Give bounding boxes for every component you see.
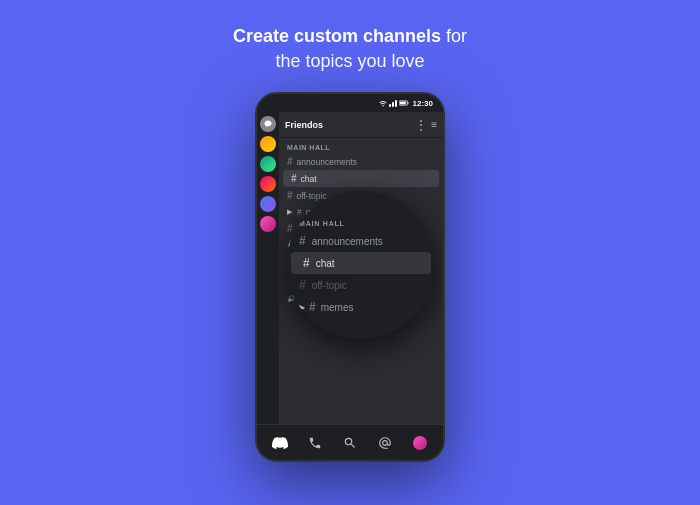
nav-discord[interactable] — [271, 434, 289, 452]
battery-icon — [399, 100, 409, 106]
status-icons — [379, 99, 409, 107]
more-options-icon[interactable]: ⋮ — [415, 118, 427, 132]
server-icon-4[interactable] — [260, 196, 276, 212]
channel-name: announcements — [297, 157, 358, 167]
channel-name: announcements — [312, 236, 383, 247]
server-icon-1[interactable] — [260, 136, 276, 152]
signal-icon — [389, 99, 397, 107]
phone-mockup: 12:30 Friendos ⋮ ≡ MAIN HALL — [255, 92, 445, 462]
hash-icon: # — [299, 278, 306, 292]
hamburger-icon[interactable]: ≡ — [431, 119, 437, 130]
header-line2: the topics you love — [233, 49, 467, 74]
mag-channel-off-topic[interactable]: # off-topic — [287, 274, 435, 296]
server-icon-2[interactable] — [260, 156, 276, 172]
channel-name: off-topic — [312, 280, 347, 291]
hash-icon: # — [299, 234, 306, 248]
svg-rect-1 — [399, 102, 405, 105]
mag-channel-chat[interactable]: # chat — [291, 252, 431, 274]
header-bold: Create custom channels — [233, 26, 441, 46]
channel-chat[interactable]: # chat — [283, 170, 439, 187]
nav-profile[interactable] — [411, 434, 429, 452]
status-bar: 12:30 — [257, 94, 443, 112]
hash-icon: # — [291, 173, 297, 184]
svg-rect-2 — [407, 103, 408, 105]
magnify-inner: MAIN HALL # announcements # chat # off-t… — [287, 191, 435, 339]
server-name: Friendos — [285, 120, 415, 130]
server-icon-messages[interactable] — [260, 116, 276, 132]
header-text: Create custom channels for the topics yo… — [233, 24, 467, 74]
mag-channel-announcements[interactable]: # announcements — [287, 230, 435, 252]
channel-name: memes — [321, 302, 354, 313]
bottom-nav — [257, 424, 443, 460]
nav-mentions[interactable] — [376, 434, 394, 452]
magnify-overlay: MAIN HALL # announcements # chat # off-t… — [287, 191, 435, 339]
hash-icon: # — [297, 207, 302, 217]
channel-name: off-topic — [297, 191, 327, 201]
mag-category: MAIN HALL — [287, 212, 435, 230]
server-strip — [257, 112, 279, 424]
status-time: 12:30 — [413, 99, 433, 108]
nav-search[interactable] — [341, 434, 359, 452]
channel-panel: Friendos ⋮ ≡ MAIN HALL # announcements #… — [279, 112, 443, 424]
channel-name: chat — [316, 258, 335, 269]
channel-announcements[interactable]: # announcements — [279, 153, 443, 170]
mag-channel-memes[interactable]: ▶ # memes — [287, 296, 435, 318]
chevron-right-icon: ▶ — [299, 303, 305, 312]
category-main-hall: MAIN HALL — [279, 138, 443, 153]
hash-icon: # — [287, 156, 293, 167]
hash-icon: # — [287, 190, 293, 201]
hash-icon: # — [287, 223, 293, 234]
phone-body: Friendos ⋮ ≡ MAIN HALL # announcements #… — [257, 112, 443, 424]
server-icon-3[interactable] — [260, 176, 276, 192]
header-rest: for — [441, 26, 467, 46]
chevron-right-icon: ▶ — [287, 208, 292, 216]
server-icon-5[interactable] — [260, 216, 276, 232]
top-bar: Friendos ⋮ ≡ — [279, 112, 443, 138]
hash-icon: # — [309, 300, 316, 314]
wifi-icon — [379, 99, 387, 107]
hash-icon: # — [303, 256, 310, 270]
nav-phone[interactable] — [306, 434, 324, 452]
channel-name: chat — [301, 174, 317, 184]
